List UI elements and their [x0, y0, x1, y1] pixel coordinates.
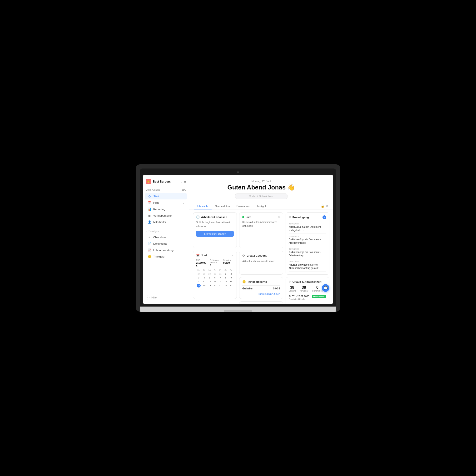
cal-day: 2: [228, 272, 234, 276]
sidebar-item-start[interactable]: ◎ Start: [145, 193, 187, 200]
gesamt-value: 38: [289, 285, 296, 290]
live-card: Live ⊕ Keine aktuellen Arbeitseinsätze g…: [239, 212, 283, 248]
posteingang-entries: 06.06.2024 Alex Luque hat ein Dokument h…: [289, 221, 326, 272]
cal-day: 21: [218, 284, 223, 288]
post-date: 15.01.2024: [289, 260, 326, 263]
chevron-down-icon[interactable]: ⌄: [181, 180, 183, 183]
checklisten-icon: ✓: [148, 236, 151, 239]
sidebar-sonstiges-nav: ✓ Checklisten 📄 Dokumente 📈 Lohnauswertu…: [143, 234, 189, 260]
brand-icon: 🍔: [146, 179, 151, 184]
ersatz-message: Aktuell sucht niemand Ersatz.: [242, 259, 280, 263]
ersatz-card: ⟳ Ersatz Gesucht Aktuell sucht niemand E…: [239, 251, 283, 275]
sidebar-item-mitarbeiter[interactable]: 👤 Mitarbeiter: [145, 219, 187, 225]
cal-week: 27 28 29 30 31 1 2: [196, 272, 234, 276]
sidebar-toggle-icon[interactable]: ▣: [184, 180, 186, 183]
post-date: 28.05.2024: [289, 235, 326, 238]
settings-icon: ⚙: [326, 204, 328, 208]
cal-day: 1: [223, 272, 228, 276]
guthaben-label: Guthaben: [242, 287, 253, 290]
trinkgeld-card-icon: 🪙: [242, 280, 246, 284]
calendar-icon: 📅: [196, 254, 200, 257]
cal-day: 30: [212, 272, 218, 276]
sidebar-item-label: Checklisten: [153, 236, 167, 239]
urlaub-gesamt: 38 Gesamt: [289, 285, 296, 292]
sidebar-item-label: Start: [153, 195, 159, 198]
calendar-grid: Mo Di Mi Do Fr Sa So 27: [196, 269, 234, 288]
cal-day: 18: [202, 284, 207, 288]
sidebar-item-checklisten[interactable]: ✓ Checklisten: [145, 234, 187, 240]
posteingang-header: ✉ Posteingang 4: [289, 215, 326, 219]
sidebar: 🍔 Best Burgers ⌄ ▣ Ordio Actions ⌘O: [143, 175, 189, 304]
sidebar-item-trinkgeld[interactable]: 🪙 Trinkgeld: [145, 254, 187, 260]
stunden-stat: Stunden 00:00: [223, 259, 234, 267]
ordio-actions-row: Ordio Actions ⌘O: [143, 187, 189, 192]
eur-value: 2.150,00 €: [196, 261, 207, 267]
ersatz-title: Ersatz Gesucht: [247, 254, 267, 257]
plan-card: 📋 Plan Best Burgers Woche 25, 0 freie Sc…: [239, 301, 283, 304]
sidebar-header: 🍔 Best Burgers ⌄ ▣: [143, 178, 189, 187]
copy-icon[interactable]: ⊕: [278, 215, 280, 219]
search-bar[interactable]: Suche & Ordio Actions: [235, 193, 288, 199]
genommen-label: Genommen: [312, 290, 323, 292]
fab-button[interactable]: 💬: [322, 284, 329, 292]
post-text: Anurag Malwade hat einen Abwesenheitsant…: [289, 263, 326, 270]
cal-day: 23: [228, 284, 234, 288]
sidebar-item-reporting[interactable]: 📊 Reporting: [145, 206, 187, 212]
verfugbar-label: Verfügbar: [299, 290, 308, 292]
cal-days-header: Mo Di Mi Do Fr Sa So: [196, 269, 234, 271]
sonstiges-section: ⌄ Sonstiges: [143, 228, 189, 234]
stempeluhr-button[interactable]: Stempeluhr starten: [196, 231, 234, 237]
live-card-header: Live ⊕: [242, 215, 280, 219]
sidebar-item-label: Lohnauswertung: [153, 249, 173, 252]
schichten-stat: Schichten Gesamt 0: [210, 259, 221, 267]
urlaub-genommen: 0 Genommen: [312, 285, 323, 292]
sidebar-item-hilfe[interactable]: ? Hilfe: [146, 296, 186, 299]
sidebar-item-label: Dokumente: [153, 242, 167, 245]
arbeitszeit-card: 🕐 Arbeitszeit erfassen Schicht beginnen …: [193, 212, 237, 248]
cal-day: 5: [207, 276, 212, 279]
sidebar-divider: [146, 227, 186, 227]
tab-trinkgeld[interactable]: Trinkgeld: [253, 203, 271, 209]
cal-day: 8: [223, 276, 228, 279]
plan-icon: 📅: [148, 201, 151, 204]
cal-day: 27: [196, 272, 202, 276]
tab-dokumente[interactable]: Dokumente: [233, 203, 253, 209]
tabs-bar: Übersicht Stammdaten Dokumente Trinkgeld: [189, 201, 333, 209]
sidebar-header-icons[interactable]: ⌄ ▣: [181, 180, 186, 183]
schichten-value: 0: [210, 264, 221, 267]
trinkgeld-link[interactable]: Trinkgeld hinzufügen: [242, 293, 280, 295]
guthaben-row: Guthaben 0,00 €: [242, 285, 280, 291]
main-content: Montag, 17. Juni Guten Abend Jonas 👋 Suc…: [189, 175, 333, 304]
post-date: 28.05.2024: [289, 248, 326, 250]
schichten-label: Schichten Gesamt: [210, 259, 221, 264]
tab-ubersicht[interactable]: Übersicht: [194, 203, 212, 209]
post-entry: 28.05.2024 Ordio benötigt ein Dokument ·…: [289, 246, 326, 259]
ordio-actions-label: Ordio Actions: [146, 188, 160, 191]
cal-day: 31: [218, 272, 223, 276]
sidebar-item-plan[interactable]: 📅 Plan ⌄: [145, 200, 187, 206]
post-text: Alex Luque hat ein Dokument hochgeladen …: [289, 225, 326, 232]
dokumente-icon: 📄: [148, 242, 151, 245]
tab-stammdaten[interactable]: Stammdaten: [212, 203, 233, 209]
gesamt-label: Gesamt: [289, 290, 296, 292]
sidebar-item-dokumente[interactable]: 📄 Dokumente: [145, 241, 187, 247]
post-entry: 15.01.2024 Anurag Malwade hat einen Abwe…: [289, 259, 326, 272]
cal-week: 10 11 12 13 14 15 16: [196, 280, 234, 283]
cal-day: 4: [202, 276, 207, 279]
juni-header: 📅 Juni ⌄: [196, 254, 234, 257]
juni-stats: EUR 2.150,00 € Schichten Gesamt 0 Stunde…: [196, 259, 234, 267]
sidebar-item-verfugbarkeiten[interactable]: ⊞ Verfügbarkeiten: [145, 213, 187, 219]
sidebar-item-lohnauswertung[interactable]: 📈 Lohnauswertung: [145, 247, 187, 253]
trinkgeld-card: 🪙 Trinkgeldkonto Guthaben 0,00 € Trinkge…: [239, 277, 283, 299]
help-icon: ?: [146, 296, 150, 299]
live-message: Keine aktuellen Arbeitseinsätze gefunden…: [242, 221, 280, 228]
reporting-icon: 📊: [148, 207, 151, 211]
cal-day: 20: [212, 284, 218, 288]
urlaub-type: Bezahlter Urlaub: [289, 298, 326, 300]
clock-icon: 🕐: [196, 215, 200, 219]
urlaub-entry: 24.07. - 28.07.2023 GENEHMIGT Bezahlter …: [289, 294, 326, 301]
chat-icon: 💬: [324, 286, 328, 290]
urlaub-header: ✈ Urlaub & Abwesenheit: [289, 280, 326, 284]
arbeitszeit-subtitle: Schicht beginnen & Arbeitszeit erfassen: [196, 221, 234, 228]
cal-day: 14: [218, 280, 223, 283]
